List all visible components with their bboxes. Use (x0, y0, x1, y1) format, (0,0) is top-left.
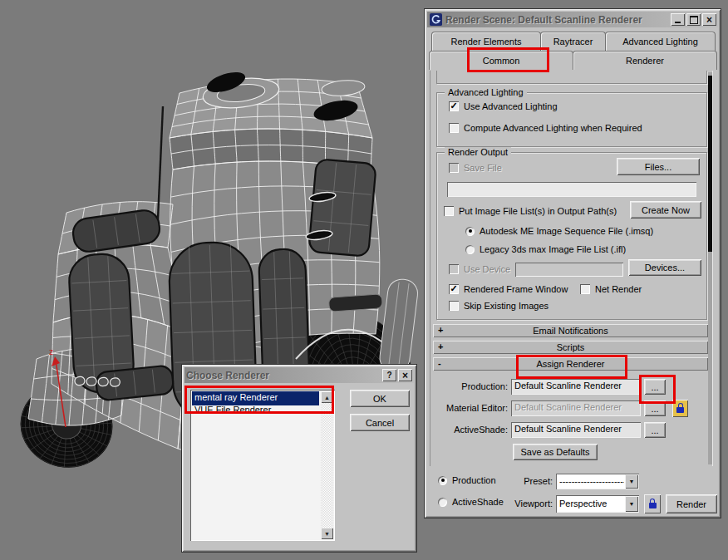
help-button[interactable]: ? (382, 369, 396, 381)
viewport-label: Viewport: (476, 499, 553, 508)
use-advanced-lighting-checkbox[interactable]: ✓ Use Advanced Lighting (449, 101, 558, 111)
renderer-list[interactable]: mental ray Renderer VUE File Renderer ▲ … (190, 390, 335, 541)
panel-scrollbar[interactable] (708, 72, 712, 464)
rollout-email-notifications[interactable]: + Email Notifications (433, 324, 708, 337)
device-field[interactable] (515, 263, 623, 277)
checkbox-label: Use Device (464, 264, 510, 274)
radio-label: Legacy 3ds max Image File List (.ifl) (480, 244, 626, 254)
save-as-defaults-button[interactable]: Save as Defaults (513, 444, 598, 460)
list-item-vue-file[interactable]: VUE File Renderer (192, 404, 319, 418)
rollout-state-icon: + (438, 341, 443, 351)
render-scene-titlebar[interactable]: Render Scene: Default Scanline Renderer … (427, 12, 718, 27)
viewport-dropdown[interactable]: Perspective ▼ (556, 495, 639, 513)
material-editor-browse-button[interactable]: ... (644, 400, 666, 416)
tab-renderer[interactable]: Renderer (573, 51, 717, 70)
scroll-up-icon[interactable]: ▲ (321, 391, 333, 403)
rollout-title: Scripts (557, 342, 585, 352)
viewport-lock-button[interactable] (644, 494, 661, 513)
tab-advanced-lighting[interactable]: Advanced Lighting (605, 32, 716, 51)
production-label: Production: (431, 381, 508, 391)
preset-label: Preset: (476, 476, 553, 486)
devices-button[interactable]: Devices... (628, 259, 701, 276)
rollout-state-icon: + (438, 325, 443, 335)
rollout-title: Email Notifications (533, 326, 607, 336)
cancel-button[interactable]: Cancel (350, 414, 410, 431)
stage: z Render Scene: Default Scanline Rendere… (0, 0, 728, 560)
tab-common[interactable]: Common (429, 51, 573, 70)
tab-raytracer[interactable]: Raytracer (540, 32, 606, 51)
minimize-icon (675, 16, 681, 23)
radio-label: Autodesk ME Image Sequence File (.imsq) (480, 226, 653, 236)
material-editor-label: Material Editor: (431, 403, 508, 413)
rollout-scripts[interactable]: + Scripts (433, 341, 708, 354)
advanced-lighting-group: Advanced Lighting ✓ Use Advanced Lightin… (436, 92, 707, 147)
production-browse-button[interactable]: ... (644, 379, 666, 395)
list-scrollbar[interactable]: ▲ ▼ (321, 391, 333, 539)
rendered-frame-window-checkbox[interactable]: ✓ Rendered Frame Window (449, 284, 568, 294)
imsq-radio[interactable]: Autodesk ME Image Sequence File (.imsq) (465, 226, 653, 236)
minimize-button[interactable] (671, 13, 685, 26)
activeshade-renderer-field: Default Scanline Renderer (511, 422, 641, 438)
radio-circle (465, 227, 475, 236)
put-image-list-checkbox[interactable]: Put Image File List(s) in Output Path(s) (444, 206, 617, 216)
skip-existing-checkbox[interactable]: Skip Existing Images (449, 301, 548, 311)
3dsmax-logo-icon (430, 13, 442, 26)
rollout-state-icon: - (438, 358, 441, 368)
checkbox-box: ✓ (449, 284, 459, 294)
checkbox-box (444, 206, 454, 216)
rollout-title: Assign Renderer (537, 359, 605, 369)
material-lock-button[interactable] (672, 400, 688, 417)
lock-icon (676, 407, 684, 413)
choose-renderer-title: Choose Renderer (186, 370, 381, 381)
checkbox-label: Put Image File List(s) in Output Path(s) (459, 206, 617, 216)
checkbox-box (449, 264, 459, 274)
ok-button[interactable]: OK (350, 390, 410, 407)
render-scene-title: Render Scene: Default Scanline Renderer (445, 14, 669, 26)
checkbox-box: ✓ (449, 101, 459, 111)
dropdown-arrow-icon[interactable]: ▼ (625, 496, 638, 512)
checkbox-label: Compute Advanced Lighting when Required (464, 123, 642, 133)
output-path-field[interactable] (447, 182, 696, 197)
scroll-down-icon[interactable]: ▼ (321, 528, 333, 539)
lock-icon (649, 503, 657, 508)
checkbox-label: Save File (464, 163, 502, 173)
activeshade-browse-button[interactable]: ... (644, 422, 666, 438)
checkbox-box (449, 123, 459, 133)
maximize-button[interactable] (686, 13, 701, 26)
close-button[interactable]: × (398, 369, 412, 381)
axis-label: z (49, 347, 53, 356)
choose-renderer-dialog: Choose Renderer ? × mental ray Renderer … (181, 364, 417, 553)
maximize-icon (690, 16, 698, 24)
checkbox-box (449, 301, 459, 311)
choose-renderer-titlebar[interactable]: Choose Renderer ? × (184, 367, 414, 383)
render-output-group: Render Output Save File Files... Put Ima… (436, 152, 707, 320)
checkbox-box (580, 284, 590, 294)
preset-dropdown[interactable]: ------------------------ ▼ (556, 474, 639, 489)
create-now-button[interactable]: Create Now (630, 201, 701, 219)
radio-circle (438, 498, 447, 507)
compute-advanced-lighting-checkbox[interactable]: Compute Advanced Lighting when Required (449, 123, 642, 133)
render-button[interactable]: Render (666, 494, 717, 513)
group-title: Advanced Lighting (445, 87, 527, 97)
material-editor-renderer-field: Default Scanline Renderer (511, 400, 641, 416)
use-device-checkbox[interactable]: Use Device (449, 264, 510, 274)
files-button[interactable]: Files... (617, 158, 700, 175)
group-title: Render Output (445, 147, 511, 157)
ifl-radio[interactable]: Legacy 3ds max Image File List (.ifl) (465, 244, 626, 254)
checkbox-label: Net Render (595, 284, 642, 294)
activeshade-label: ActiveShade: (431, 425, 508, 435)
checkbox-box (449, 163, 459, 173)
net-render-checkbox[interactable]: Net Render (580, 284, 642, 294)
checkbox-label: Use Advanced Lighting (464, 101, 558, 111)
dropdown-arrow-icon[interactable]: ▼ (625, 474, 638, 489)
partial-groupbox (436, 71, 707, 84)
save-file-checkbox[interactable]: Save File (449, 163, 502, 173)
tab-render-elements[interactable]: Render Elements (431, 32, 541, 51)
close-button[interactable]: × (702, 13, 716, 26)
production-renderer-field: Default Scanline Renderer (511, 379, 641, 395)
render-scene-dialog: Render Scene: Default Scanline Renderer … (424, 8, 721, 518)
radio-circle (465, 245, 475, 254)
rollout-assign-renderer[interactable]: - Assign Renderer (433, 357, 708, 371)
checkbox-label: Rendered Frame Window (464, 284, 568, 294)
panel-scrollbar-thumb[interactable] (708, 76, 712, 252)
